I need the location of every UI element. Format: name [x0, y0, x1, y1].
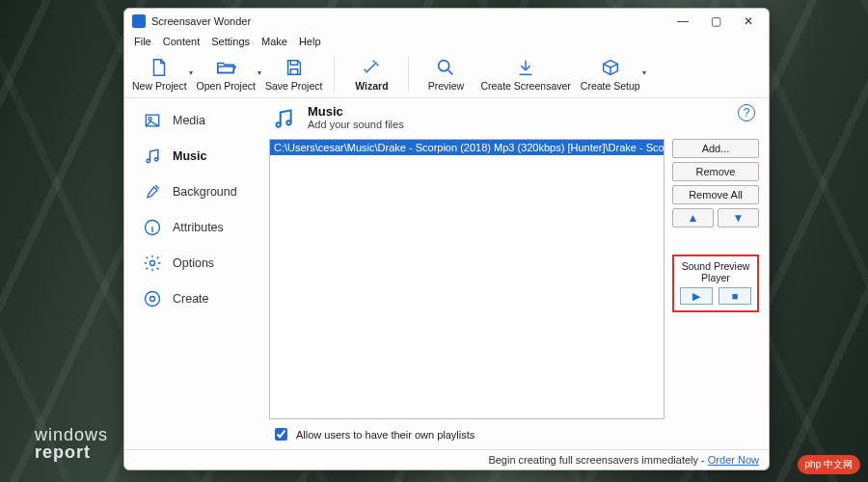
svg-point-9 — [276, 122, 280, 126]
wand-icon — [358, 55, 385, 80]
options-row: Allow users to have their own playlists — [269, 419, 759, 445]
brush-icon — [142, 181, 163, 202]
sidebar-item-media[interactable]: Media — [130, 103, 263, 138]
chevron-up-icon: ▲ — [688, 211, 699, 225]
order-now-link[interactable]: Order Now — [708, 454, 759, 466]
toolbar-label: Wizard — [355, 80, 388, 92]
svg-point-7 — [146, 292, 160, 307]
open-project-button[interactable]: ▾ Open Project — [197, 55, 256, 92]
minimize-button[interactable]: — — [666, 11, 699, 32]
window-title: Screensaver Wonder — [151, 15, 251, 27]
play-icon: ▶ — [692, 290, 700, 303]
sidebar-item-attributes[interactable]: Attributes — [130, 210, 263, 245]
sidebar-item-music[interactable]: Music — [130, 139, 263, 174]
sidebar-item-background[interactable]: Background — [130, 174, 263, 209]
toolbar-label: Create Screensaver — [480, 80, 570, 92]
create-setup-button[interactable]: ▾ Create Setup — [581, 55, 640, 92]
menu-settings[interactable]: Settings — [211, 36, 250, 47]
download-icon — [512, 55, 539, 80]
maximize-button[interactable]: ▢ — [699, 11, 732, 32]
sound-file-list[interactable]: C:\Users\cesar\Music\Drake - Scorpion (2… — [269, 139, 665, 419]
music-note-icon — [269, 104, 298, 133]
app-window: Screensaver Wonder — ▢ ✕ File Content Se… — [123, 8, 770, 470]
add-button[interactable]: Add... — [672, 139, 759, 158]
allow-playlists-checkbox[interactable] — [275, 428, 287, 441]
allow-playlists-label: Allow users to have their own playlists — [296, 429, 475, 441]
toolbar: ▾ New Project ▾ Open Project Save Projec… — [124, 51, 769, 98]
svg-point-2 — [149, 118, 151, 120]
chevron-down-icon: ▼ — [733, 211, 745, 225]
menu-make[interactable]: Make — [261, 36, 287, 47]
wizard-button[interactable]: Wizard — [346, 55, 396, 92]
preview-button[interactable]: Preview — [420, 55, 471, 92]
sidebar-item-label: Background — [173, 185, 237, 199]
toolbar-label: New Project — [132, 80, 187, 92]
svg-point-0 — [439, 61, 449, 71]
chevron-down-icon: ▾ — [189, 68, 193, 77]
preview-label: Sound Preview Player — [678, 260, 753, 283]
stop-icon: ■ — [732, 290, 739, 302]
menu-file[interactable]: File — [134, 36, 151, 47]
svg-point-10 — [286, 120, 290, 124]
file-icon — [146, 55, 173, 80]
disc-icon — [142, 288, 163, 309]
toolbar-label: Open Project — [197, 80, 256, 92]
search-icon — [432, 55, 459, 80]
music-note-icon — [142, 146, 163, 167]
move-down-button[interactable]: ▼ — [718, 208, 759, 228]
svg-point-6 — [150, 261, 155, 266]
info-icon — [142, 217, 163, 238]
sidebar-item-label: Music — [173, 149, 206, 163]
folder-icon — [212, 55, 239, 80]
toolbar-label: Save Project — [265, 80, 323, 92]
menu-content[interactable]: Content — [163, 36, 201, 47]
list-item[interactable]: C:\Users\cesar\Music\Drake - Scorpion (2… — [270, 140, 664, 155]
gear-icon — [142, 253, 163, 274]
toolbar-divider — [334, 57, 335, 92]
play-button[interactable]: ▶ — [680, 287, 713, 305]
menu-bar: File Content Settings Make Help — [124, 34, 769, 51]
chevron-down-icon: ▾ — [642, 68, 646, 77]
help-button[interactable]: ? — [738, 104, 755, 121]
remove-button[interactable]: Remove — [672, 162, 759, 181]
sidebar: Media Music Background Attributes Option… — [124, 98, 269, 449]
page-header: Music Add your sound files ? — [269, 104, 759, 139]
sidebar-item-create[interactable]: Create — [130, 281, 263, 316]
toolbar-label: Preview — [428, 80, 464, 92]
toolbar-label: Create Setup — [581, 80, 640, 92]
box-icon — [597, 55, 624, 80]
sound-preview-panel: Sound Preview Player ▶ ■ — [672, 254, 759, 312]
menu-help[interactable]: Help — [299, 36, 321, 47]
main-panel: Music Add your sound files ? C:\Users\ce… — [269, 98, 769, 449]
toolbar-divider — [408, 57, 409, 92]
create-screensaver-button[interactable]: Create Screensaver — [480, 55, 570, 92]
remove-all-button[interactable]: Remove All — [672, 185, 759, 204]
save-project-button[interactable]: Save Project — [265, 55, 323, 92]
watermark-php: php 中文网 — [798, 455, 860, 474]
page-subtitle: Add your sound files — [308, 119, 404, 130]
sidebar-item-options[interactable]: Options — [130, 246, 263, 281]
page-title: Music — [308, 104, 404, 119]
sidebar-item-label: Create — [173, 292, 209, 306]
stop-button[interactable]: ■ — [719, 287, 751, 305]
status-bar: Begin creating full screensavers immedia… — [124, 449, 769, 469]
close-button[interactable]: ✕ — [732, 11, 765, 32]
move-up-button[interactable]: ▲ — [672, 208, 714, 228]
status-text: Begin creating full screensavers immedia… — [488, 454, 707, 466]
app-icon — [132, 14, 146, 28]
sidebar-item-label: Options — [173, 256, 214, 270]
new-project-button[interactable]: ▾ New Project — [132, 55, 187, 92]
sidebar-item-label: Attributes — [173, 221, 224, 234]
chevron-down-icon: ▾ — [258, 68, 261, 77]
photo-icon — [142, 110, 163, 131]
list-controls: Add... Remove Remove All ▲ ▼ Sound Previ… — [672, 139, 759, 419]
svg-point-3 — [147, 159, 149, 162]
svg-point-8 — [150, 297, 155, 302]
watermark-windowsreport: windows report — [35, 426, 108, 461]
sidebar-item-label: Media — [173, 114, 205, 127]
titlebar: Screensaver Wonder — ▢ ✕ — [124, 9, 769, 34]
save-icon — [281, 55, 308, 80]
svg-point-4 — [155, 158, 158, 161]
